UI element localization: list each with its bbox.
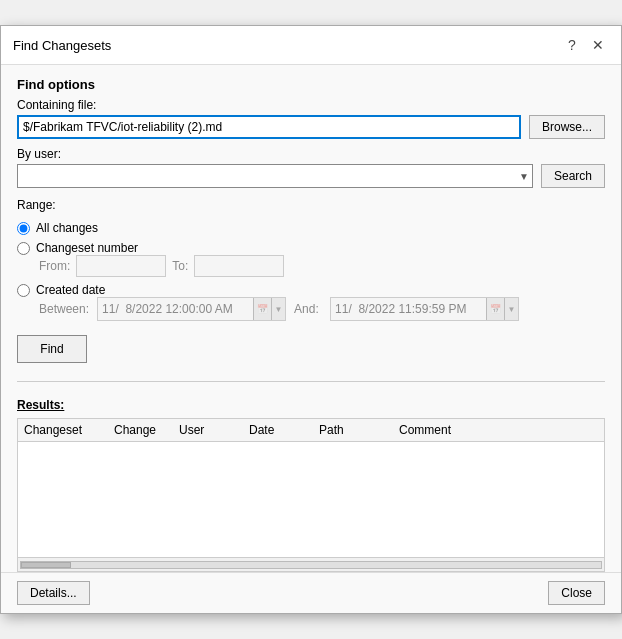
created-date-label: Created date	[36, 283, 105, 297]
results-table: Changeset Change User Date Path Comment	[17, 418, 605, 558]
divider	[17, 381, 605, 382]
and-date-dropdown-icon[interactable]: ▼	[504, 298, 518, 320]
between-calendar-icon[interactable]: 📅	[253, 298, 271, 320]
help-button[interactable]: ?	[561, 34, 583, 56]
containing-file-row: Browse...	[17, 115, 605, 139]
find-options-section: Find options Containing file: Browse... …	[17, 77, 605, 188]
table-header: Changeset Change User Date Path Comment	[18, 419, 604, 442]
changeset-number-row[interactable]: Changeset number	[17, 241, 605, 255]
search-button[interactable]: Search	[541, 164, 605, 188]
containing-file-group: Containing file: Browse...	[17, 98, 605, 139]
results-outer: Results: Changeset Change User Date Path…	[1, 398, 621, 572]
containing-file-input[interactable]	[17, 115, 521, 139]
changeset-number-radio[interactable]	[17, 242, 30, 255]
by-user-row: ▼ Search	[17, 164, 605, 188]
col-header-changeset: Changeset	[24, 423, 114, 437]
scrollbar-thumb[interactable]	[21, 562, 71, 568]
close-title-button[interactable]: ✕	[587, 34, 609, 56]
by-user-group: By user: ▼ Search	[17, 147, 605, 188]
and-label: And:	[294, 302, 322, 316]
horizontal-scrollbar[interactable]	[17, 558, 605, 572]
containing-file-label: Containing file:	[17, 98, 605, 112]
browse-button[interactable]: Browse...	[529, 115, 605, 139]
changeset-number-label: Changeset number	[36, 241, 138, 255]
and-date-field: 📅 ▼	[330, 297, 519, 321]
table-body	[18, 442, 604, 554]
range-label: Range:	[17, 198, 605, 212]
col-header-user: User	[179, 423, 249, 437]
find-changesets-dialog: Find Changesets ? ✕ Find options Contain…	[0, 25, 622, 614]
created-date-radio[interactable]	[17, 284, 30, 297]
to-label: To:	[172, 259, 188, 273]
created-date-row[interactable]: Created date	[17, 283, 605, 297]
find-options-label: Find options	[17, 77, 605, 92]
scrollbar-track	[20, 561, 602, 569]
results-label: Results:	[17, 398, 605, 412]
between-label: Between:	[39, 302, 89, 316]
col-header-comment: Comment	[399, 423, 598, 437]
between-date-input[interactable]	[98, 298, 253, 320]
title-bar-buttons: ? ✕	[561, 34, 609, 56]
between-date-field: 📅 ▼	[97, 297, 286, 321]
details-button[interactable]: Details...	[17, 581, 90, 605]
from-input[interactable]	[76, 255, 166, 277]
to-input[interactable]	[194, 255, 284, 277]
find-row: Find	[17, 331, 605, 367]
between-date-dropdown-icon[interactable]: ▼	[271, 298, 285, 320]
find-button[interactable]: Find	[17, 335, 87, 363]
all-changes-row[interactable]: All changes	[17, 221, 605, 235]
and-date-input[interactable]	[331, 298, 486, 320]
created-date-group: Created date Between: 📅 ▼ And: 📅 ▼	[17, 283, 605, 321]
col-header-date: Date	[249, 423, 319, 437]
user-select-wrapper: ▼	[17, 164, 533, 188]
col-header-path: Path	[319, 423, 399, 437]
from-to-row: From: To:	[17, 255, 605, 277]
bottom-bar: Details... Close	[1, 572, 621, 613]
by-user-label: By user:	[17, 147, 605, 161]
dialog-body: Find options Containing file: Browse... …	[1, 65, 621, 398]
close-button[interactable]: Close	[548, 581, 605, 605]
changeset-number-group: Changeset number From: To:	[17, 241, 605, 277]
between-and-row: Between: 📅 ▼ And: 📅 ▼	[17, 297, 605, 321]
title-bar: Find Changesets ? ✕	[1, 26, 621, 65]
col-header-change: Change	[114, 423, 179, 437]
and-calendar-icon[interactable]: 📅	[486, 298, 504, 320]
all-changes-label[interactable]: All changes	[36, 221, 98, 235]
dialog-title: Find Changesets	[13, 38, 111, 53]
user-select[interactable]	[17, 164, 533, 188]
from-label: From:	[39, 259, 70, 273]
all-changes-radio[interactable]	[17, 222, 30, 235]
range-section: Range: All changes Changeset number From…	[17, 198, 605, 321]
